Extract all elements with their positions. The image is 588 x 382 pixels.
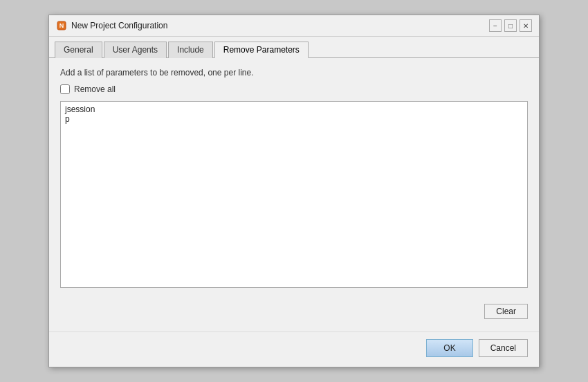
- clear-row: Clear: [60, 301, 528, 322]
- description-text: Add a list of parameters to be removed, …: [60, 68, 528, 78]
- svg-text:N: N: [59, 22, 64, 29]
- minimize-button[interactable]: −: [489, 19, 502, 32]
- tab-bar: General User Agents Include Remove Param…: [49, 37, 539, 58]
- dialog: N New Project Configuration − □ ✕ Genera…: [48, 15, 540, 367]
- parameters-textarea-wrapper: jsession p: [60, 101, 528, 294]
- remove-all-label: Remove all: [74, 84, 116, 94]
- title-controls: − □ ✕: [489, 19, 532, 32]
- app-icon: N: [56, 20, 67, 31]
- ok-button[interactable]: OK: [426, 339, 472, 357]
- clear-button[interactable]: Clear: [484, 304, 528, 319]
- parameters-textarea[interactable]: jsession p: [60, 101, 528, 288]
- maximize-button[interactable]: □: [504, 19, 517, 32]
- tab-general[interactable]: General: [55, 42, 102, 58]
- dialog-title: New Project Configuration: [71, 21, 167, 30]
- title-bar-left: N New Project Configuration: [56, 20, 167, 31]
- cancel-button[interactable]: Cancel: [479, 339, 528, 357]
- tab-user-agents[interactable]: User Agents: [104, 42, 167, 58]
- content-area: Add a list of parameters to be removed, …: [49, 58, 539, 331]
- tab-remove-parameters[interactable]: Remove Parameters: [214, 42, 309, 58]
- title-bar: N New Project Configuration − □ ✕: [49, 15, 539, 37]
- remove-all-checkbox[interactable]: [60, 84, 70, 94]
- remove-all-row: Remove all: [60, 84, 528, 94]
- dialog-footer: OK Cancel: [49, 331, 539, 367]
- tab-include[interactable]: Include: [168, 42, 213, 58]
- close-button[interactable]: ✕: [520, 19, 532, 32]
